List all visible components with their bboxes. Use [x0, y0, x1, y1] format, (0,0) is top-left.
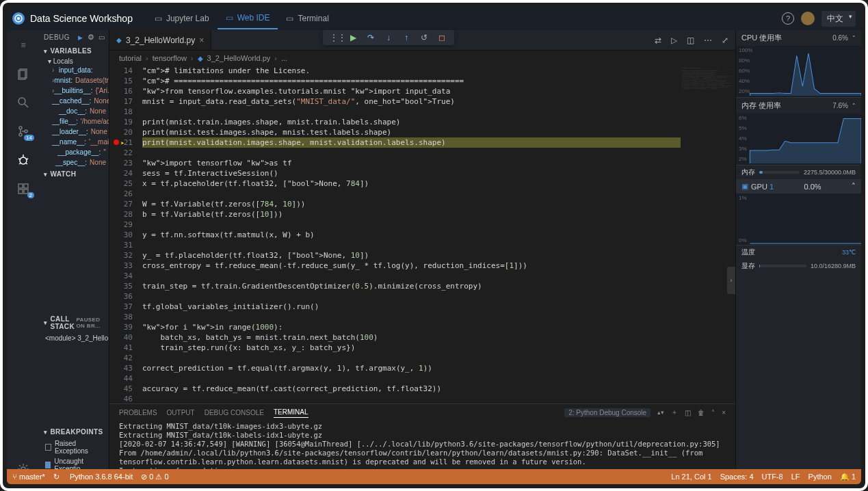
close-panel-icon[interactable]: ×: [722, 409, 726, 416]
variable-row[interactable]: __loader__:None: [40, 127, 109, 137]
variable-row[interactable]: ›input_data:: [40, 65, 109, 75]
start-debug-icon[interactable]: ▶: [78, 34, 83, 41]
activity-bar: ≡: [7, 30, 40, 484]
language-select[interactable]: 中文: [821, 11, 856, 27]
cpu-chart: 100%80%60%40%20%: [736, 46, 861, 98]
status-eol[interactable]: LF: [791, 473, 800, 481]
minimap[interactable]: # limitations under the License. # =====…: [681, 66, 735, 403]
editor-area: ◆ 3_2_HelloWorld.py × ⇄ ▷ ◫ ⋯ ⤢ tutorial…: [109, 30, 735, 484]
maximize-panel-icon[interactable]: ˄: [711, 409, 715, 416]
stop-icon[interactable]: ◻: [436, 33, 447, 42]
section-variables[interactable]: ▾VARIABLES: [40, 44, 109, 57]
notebook-icon: ▭: [155, 14, 162, 23]
split-icon[interactable]: ◫: [687, 36, 694, 45]
file-tab[interactable]: ◆ 3_2_HelloWorld.py ×: [109, 30, 211, 50]
variable-row[interactable]: __file__:'/home/ad...: [40, 116, 109, 127]
avatar[interactable]: [801, 12, 815, 25]
debug-settings-icon[interactable]: ⚙: [88, 33, 95, 42]
run-icon[interactable]: ▷: [671, 36, 677, 45]
python-file-icon: ◆: [116, 36, 122, 44]
line-gutter[interactable]: 14151617181920➤2122232425262728293031323…: [109, 66, 142, 403]
debug-console-icon[interactable]: ▭: [98, 34, 105, 41]
close-icon[interactable]: ×: [199, 36, 204, 45]
step-over-icon[interactable]: ↷: [365, 33, 376, 42]
side-panel: DEBUG ▶ ⚙ ▭ ▾VARIABLES ▾ Locals ›input_d…: [40, 30, 109, 484]
svg-line-5: [25, 104, 28, 107]
kill-terminal-icon[interactable]: 🗑: [698, 409, 705, 416]
top-tab-terminal[interactable]: ▭Terminal: [278, 8, 337, 29]
svg-line-12: [26, 159, 28, 159]
debug-icon[interactable]: [15, 152, 31, 168]
variable-row[interactable]: __spec__:None: [40, 157, 109, 168]
status-lncol[interactable]: Ln 21, Col 1: [671, 473, 711, 481]
drag-handle-icon[interactable]: ⋮⋮: [330, 33, 341, 42]
svg-line-14: [25, 163, 27, 164]
status-python[interactable]: Python 3.6.8 64-bit: [70, 473, 133, 481]
section-watch[interactable]: ▾WATCH: [40, 168, 109, 181]
top-tab-webide[interactable]: ▭Web IDE: [218, 8, 278, 29]
python-file-icon: ◆: [198, 55, 203, 62]
expand-icon[interactable]: ⤢: [722, 36, 728, 45]
gpu-header[interactable]: ▣GPU 10.0%˄: [736, 179, 861, 194]
section-callstack[interactable]: ▾CALL STACKPAUSED ON BR...: [40, 313, 109, 333]
chevron-up-icon: ˄: [852, 103, 856, 109]
status-bar: master* Python 3.6.8 64-bit ⊘ 0 ⚠ 0 Ln 2…: [7, 469, 861, 484]
restart-icon[interactable]: ↺: [419, 33, 430, 42]
status-sync[interactable]: [53, 473, 62, 481]
cpu-header[interactable]: CPU 使用率0.6%˄: [736, 30, 861, 46]
step-into-icon[interactable]: ↓: [383, 33, 394, 42]
mem-header[interactable]: 内存 使用率7.6%˄: [736, 98, 861, 114]
collapse-right-icon[interactable]: ›: [727, 267, 735, 294]
panel-tab-output[interactable]: OUTPUT: [167, 408, 195, 418]
status-spaces[interactable]: Spaces: 4: [720, 473, 754, 481]
step-out-icon[interactable]: ↑: [401, 33, 412, 42]
more-icon[interactable]: ⋯: [704, 36, 712, 45]
gpu-temp: 温度33℃: [736, 246, 861, 259]
svg-line-13: [19, 163, 21, 164]
status-branch[interactable]: master*: [12, 473, 45, 481]
debug-toolbar: ⋮⋮ ▶ ↷ ↓ ↑ ↺ ◻: [323, 30, 454, 45]
variable-row[interactable]: ›__builtins__:{'Ari...: [40, 85, 109, 96]
svg-point-7: [19, 133, 22, 136]
top-tab-jupyter[interactable]: ▭Jupyter Lab: [146, 8, 218, 29]
svg-rect-18: [24, 189, 28, 194]
source-control-icon[interactable]: [15, 123, 31, 140]
compare-icon[interactable]: ⇄: [655, 36, 661, 45]
status-language[interactable]: Python: [808, 473, 832, 481]
status-encoding[interactable]: UTF-8: [762, 473, 783, 481]
svg-point-6: [19, 127, 22, 129]
split-terminal-icon[interactable]: ◫: [685, 409, 691, 416]
title-bar: Data Science Workshop ▭Jupyter Lab ▭Web …: [7, 7, 861, 30]
locals-head[interactable]: ▾ Locals: [40, 57, 109, 65]
debug-config-header: DEBUG ▶ ⚙ ▭: [40, 30, 109, 44]
chevron-up-icon: ˄: [852, 35, 856, 42]
variable-row[interactable]: __doc__:None: [40, 106, 109, 116]
panel-tab-debugconsole[interactable]: DEBUG CONSOLE: [205, 408, 264, 418]
stack-frame[interactable]: <module> 3_2_Hello...: [40, 333, 109, 343]
code-editor[interactable]: "cm"># limitations under the License."cm…: [142, 66, 681, 403]
variable-row[interactable]: ›mnist:Datasets(tra...: [40, 75, 109, 85]
variable-row[interactable]: __cached__:None: [40, 96, 109, 106]
section-breakpoints[interactable]: ▾BREAKPOINTS: [40, 425, 109, 438]
status-problems[interactable]: ⊘ 0 ⚠ 0: [141, 473, 168, 481]
panel-tab-terminal[interactable]: TERMINAL: [274, 407, 308, 418]
extensions-icon[interactable]: [15, 181, 31, 197]
svg-point-1: [17, 17, 20, 20]
terminal-icon: ▭: [286, 14, 293, 23]
new-terminal-icon[interactable]: ＋: [671, 408, 678, 417]
variable-row[interactable]: __package__:'': [40, 147, 109, 157]
metrics-panel: CPU 使用率0.6%˄ 100%80%60%40%20% 内存 使用率7.6%…: [735, 30, 861, 484]
status-notifications[interactable]: 🔔 1: [840, 473, 856, 481]
files-icon[interactable]: [15, 66, 31, 82]
panel-tab-problems[interactable]: PROBLEMS: [119, 408, 157, 418]
breakpoint-row[interactable]: Raised Exceptions: [40, 438, 109, 456]
mem-detail: 内存2275.5/30000.0MB: [736, 165, 861, 179]
menu-icon[interactable]: ≡: [15, 37, 31, 53]
terminal-selector[interactable]: 2: Python Debug Console: [564, 408, 650, 417]
continue-icon[interactable]: ▶: [347, 33, 358, 42]
search-icon[interactable]: [15, 94, 31, 111]
variable-row[interactable]: __name__:'__main__': [40, 137, 109, 147]
app-title: Data Science Workshop: [30, 13, 133, 24]
help-icon[interactable]: ?: [782, 12, 794, 25]
breadcrumb[interactable]: tutorial› tensorflow› ◆ 3_2_HelloWorld.p…: [109, 51, 735, 66]
